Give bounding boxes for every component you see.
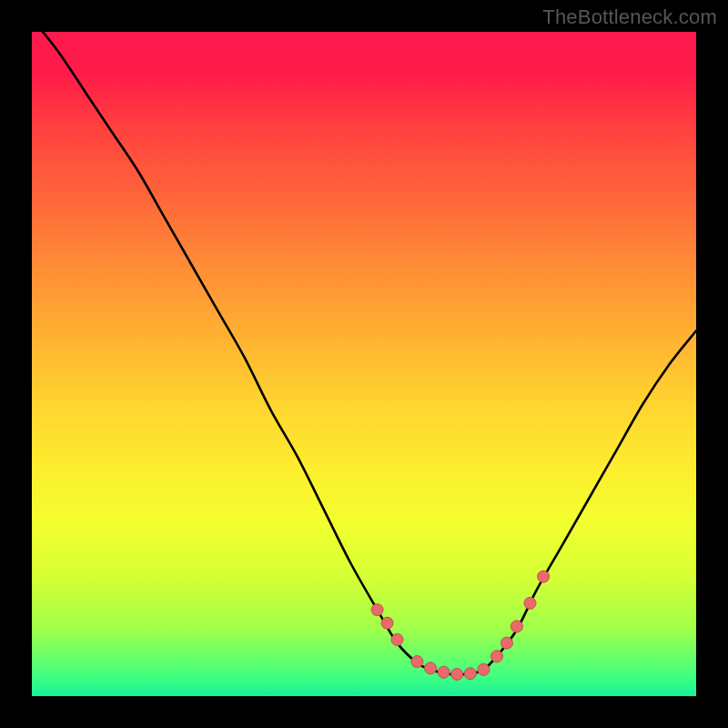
marker-dots <box>371 571 549 680</box>
marker-dot <box>538 571 550 582</box>
marker-dot <box>524 597 536 609</box>
marker-dot <box>438 666 450 678</box>
marker-dot <box>371 604 383 616</box>
marker-dot <box>381 617 393 629</box>
marker-dot <box>464 668 476 680</box>
marker-dot <box>478 663 490 675</box>
curve-line <box>32 32 696 674</box>
watermark-text: TheBottleneck.com <box>542 5 717 29</box>
marker-dot <box>511 621 522 632</box>
plot-area <box>32 32 696 696</box>
marker-dot <box>500 637 512 649</box>
marker-dot <box>391 633 403 645</box>
marker-dot <box>451 668 463 680</box>
marker-dot <box>425 662 437 674</box>
chart-container: TheBottleneck.com <box>0 0 728 728</box>
chart-svg <box>32 32 696 696</box>
marker-dot <box>491 651 503 662</box>
marker-dot <box>411 656 423 668</box>
